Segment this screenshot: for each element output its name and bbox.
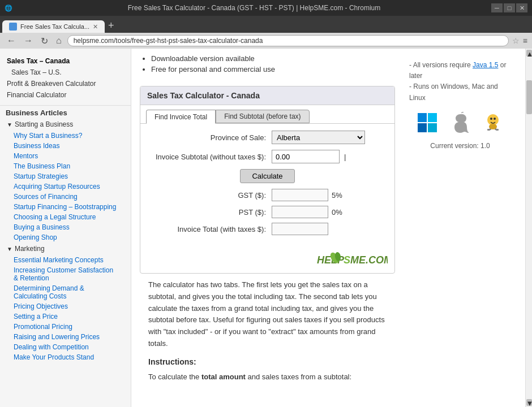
bottom-spacer: [131, 400, 525, 407]
windows-icon: [414, 109, 441, 136]
address-bar[interactable]: [67, 35, 509, 46]
sidebar-leaf-business-ideas[interactable]: Business Ideas: [0, 141, 131, 151]
sidebar-starting-business-group: ▼ Starting a Business Why Start a Busine…: [0, 118, 131, 243]
svg-point-20: [489, 124, 497, 129]
tab-find-subtotal[interactable]: Find Subtotal (before tax): [216, 110, 309, 123]
back-button[interactable]: ←: [5, 34, 18, 47]
browser-tab[interactable]: Free Sales Tax Calcula... ✕: [2, 20, 105, 33]
svg-point-15: [494, 118, 496, 120]
gst-label: GST ($):: [147, 191, 272, 200]
maximize-button[interactable]: □: [504, 3, 515, 12]
invoice-label: Invoice Subtotal (without taxes $):: [147, 153, 272, 161]
sidebar-leaf-opening-shop[interactable]: Opening Shop: [0, 232, 131, 243]
content-left: Downloadable version available Free for …: [140, 54, 395, 395]
tab-label: Free Sales Tax Calcula...: [20, 23, 89, 30]
sidebar-leaf-why-start[interactable]: Why Start a Business?: [0, 131, 131, 141]
sidebar-leaf-promotional-pricing[interactable]: Promotional Pricing: [0, 322, 131, 332]
pst-input[interactable]: [272, 206, 328, 218]
scrollbar-track: [526, 58, 532, 398]
minimize-button[interactable]: ─: [491, 3, 503, 12]
sidebar-leaf-startup-resources[interactable]: Acquiring Startup Resources: [0, 181, 131, 192]
close-button[interactable]: ✕: [516, 3, 527, 12]
pst-label: PST ($):: [147, 208, 272, 217]
sidebar-top-section: Sales Tax – Canada Sales Tax – U.S. Prof…: [0, 53, 131, 103]
sidebar-leaf-startup-strategies[interactable]: Startup Strategies: [0, 171, 131, 181]
calculate-btn-row: Calculate: [147, 169, 388, 183]
sidebar-leaf-legal-structure[interactable]: Choosing a Legal Structure: [0, 212, 131, 222]
total-input[interactable]: [272, 223, 328, 235]
calculator-box: Sales Tax Calculator - Canada Find Invoi…: [140, 86, 395, 274]
content-wrapper: Downloadable version available Free for …: [131, 49, 525, 400]
sidebar-group-starting-business[interactable]: ▼ Starting a Business: [0, 118, 131, 131]
nav-bar: ← → ↻ ⌂ ☆ ≡: [0, 33, 532, 49]
sidebar-leaf-dealing-competition[interactable]: Dealing with Competition: [0, 342, 131, 352]
linux-icon: [479, 109, 507, 136]
sidebar-leaf-buying-business[interactable]: Buying a Business: [0, 222, 131, 232]
sidebar-leaf-customer-satisfaction[interactable]: Increasing Customer Satisfaction & Reten…: [0, 265, 131, 283]
title-bar: 🌐 Free Sales Tax Calculator - Canada (GS…: [0, 0, 532, 16]
sidebar-leaf-demand[interactable]: Determining Demand & Calculating Costs: [0, 283, 131, 301]
new-tab-button[interactable]: +: [105, 20, 118, 32]
pst-pct: 0%: [332, 208, 342, 217]
gst-row: GST ($): 5%: [147, 189, 388, 201]
sidebar-item-financial-calculator[interactable]: Financial Calculator: [0, 89, 131, 101]
total-row: Invoice Total (with taxes $):: [147, 223, 388, 235]
tab-bar: Free Sales Tax Calcula... ✕ +: [0, 16, 532, 33]
helpsme-logo-svg: HELP S ME.COM: [314, 251, 388, 268]
sidebar-item-sales-tax-canada[interactable]: Sales Tax – Canada: [0, 55, 131, 67]
invoice-input[interactable]: [272, 150, 340, 163]
sidebar-leaf-setting-price[interactable]: Setting a Price: [0, 311, 131, 322]
close-tab-button[interactable]: ✕: [93, 23, 98, 31]
sidebar: Sales Tax – Canada Sales Tax – U.S. Prof…: [0, 49, 131, 407]
sidebar-leaf-business-plan[interactable]: The Business Plan: [0, 161, 131, 171]
helpsme-logo: HELP S ME.COM: [140, 246, 394, 273]
pst-row: PST ($): 0%: [147, 206, 388, 218]
sidebar-leaf-mentors[interactable]: Mentors: [0, 151, 131, 161]
province-select[interactable]: Alberta British Columbia Manitoba New Br…: [272, 131, 365, 144]
scrollbar-down-button[interactable]: ▼: [526, 399, 532, 406]
gst-input[interactable]: [272, 189, 328, 201]
bookmark-button[interactable]: ☆: [512, 36, 520, 45]
os-icons: [409, 109, 511, 136]
browser-icon: 🌐: [5, 5, 12, 12]
arrow-icon: ▼: [7, 122, 12, 128]
reload-button[interactable]: ↻: [38, 34, 50, 47]
window-title: Free Sales Tax Calculator - Canada (GST …: [17, 4, 491, 12]
java-note: - All versions require Java 1.5 or later…: [409, 60, 511, 103]
sidebar-leaf-financing[interactable]: Sources of Financing: [0, 192, 131, 202]
sidebar-leaf-marketing-concepts[interactable]: Essential Marketing Concepts: [0, 255, 131, 265]
sidebar-marketing-group: ▼ Marketing Essential Marketing Concepts…: [0, 243, 131, 362]
calculator-tabs: Find Invoice Total Find Subtotal (before…: [140, 105, 394, 124]
java-link[interactable]: Java 1.5: [473, 61, 498, 69]
forward-button[interactable]: →: [22, 34, 35, 47]
window-controls: 🌐: [5, 5, 12, 12]
home-button[interactable]: ⌂: [54, 34, 64, 47]
scrollbar-up-button[interactable]: ▲: [526, 50, 532, 57]
features-list: Downloadable version available Free for …: [140, 54, 395, 73]
sidebar-item-profit-calculator[interactable]: Profit & Breakeven Calculator: [0, 78, 131, 89]
tab-find-invoice-total[interactable]: Find Invoice Total: [146, 110, 216, 124]
bold-total: total amount: [201, 373, 246, 381]
scrollbar-thumb[interactable]: [526, 80, 532, 114]
calculate-button[interactable]: Calculate: [240, 169, 294, 183]
sidebar-leaf-bootstrapping[interactable]: Startup Financing – Bootstrapping: [0, 202, 131, 212]
feature-item-download: Downloadable version available: [151, 54, 395, 63]
invoice-row: Invoice Subtotal (without taxes $): |: [147, 150, 388, 163]
svg-text:ME.COM: ME.COM: [350, 254, 388, 266]
svg-rect-9: [418, 113, 427, 122]
sidebar-leaf-raising-lowering[interactable]: Raising and Lowering Prices: [0, 332, 131, 342]
browser-chrome: 🌐 Free Sales Tax Calculator - Canada (GS…: [0, 0, 532, 49]
tools-button[interactable]: ≡: [523, 36, 527, 45]
svg-rect-11: [418, 123, 427, 132]
svg-rect-19: [496, 129, 499, 131]
description-section: The calculator has two tabs. The first l…: [140, 279, 395, 395]
scrollbar[interactable]: ▲ ▼: [525, 49, 532, 407]
sidebar-item-sales-tax-us[interactable]: Sales Tax – U.S.: [0, 67, 131, 78]
sidebar-leaf-pricing-objectives[interactable]: Pricing Objectives: [0, 301, 131, 311]
instruction-line: To calculate the total amount and sales …: [148, 371, 387, 383]
feature-item-free: Free for personal and commercial use: [151, 65, 395, 73]
sidebar-group-marketing[interactable]: ▼ Marketing: [0, 243, 131, 255]
svg-rect-12: [428, 123, 437, 132]
sidebar-leaf-products-stand[interactable]: Make Your Products Stand: [0, 352, 131, 362]
right-panel: - All versions require Java 1.5 or later…: [404, 54, 517, 395]
